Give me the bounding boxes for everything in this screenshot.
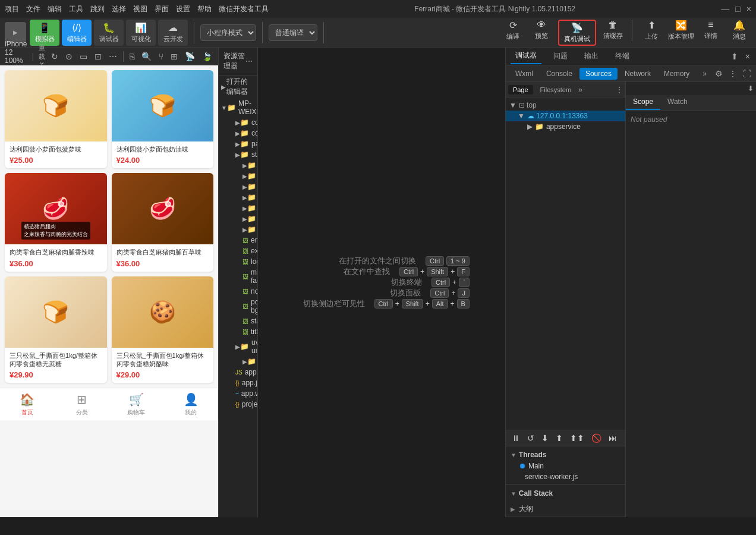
device-toggle-button[interactable]: ▭ [78,51,89,62]
mode-select[interactable]: 小程序模式 [200,24,256,41]
nav-item-我的[interactable]: 👤 我的 [163,388,218,420]
dock-button[interactable]: ⊡ [93,51,103,62]
tree-item-app-wxss[interactable]: ~ app.wxss [219,388,257,399]
preview-button[interactable]: 👁 预览 [530,20,553,46]
callstack-header[interactable]: ▼ Call Stack [511,487,620,499]
root-folder[interactable]: ▼ 📁 MP-WEIXIN [219,98,257,117]
outline-section[interactable]: ▶ 大纲 [506,502,625,517]
tree-item-point-bg-png[interactable]: 🖼 point-bg.png [219,297,257,316]
grid-button[interactable]: ⊞ [169,51,179,62]
tree-item-emptyCart-png[interactable]: 🖼 emptyCart.png [219,235,257,246]
step-next-button[interactable]: ⏭ [606,432,619,444]
copy-button[interactable]: ⎘ [128,51,136,62]
subtab-console[interactable]: Console [540,68,578,80]
tree-item-components[interactable]: ▶ 📁 components [219,356,257,367]
scope-tab-watch[interactable]: Watch [660,95,695,110]
screenshot-button[interactable]: ⊙ [64,51,74,62]
step-out-button[interactable]: ⬆⬆ [568,432,587,444]
menu-view[interactable]: 视图 [133,4,147,14]
open-editors-section[interactable]: ▶ 打开的编辑器 [219,75,257,98]
menu-goto[interactable]: 跳到 [90,4,105,14]
maximize-button[interactable]: □ [735,4,740,14]
upload-button[interactable]: ⬆ 上传 [640,20,663,46]
detail-button[interactable]: ≡ 详情 [699,20,723,46]
cloud-button[interactable]: ☁ 云开发 [158,20,188,46]
debugger-button[interactable]: 🐛 调试器 [94,20,124,46]
step-into-button[interactable]: ⬆ [553,432,565,444]
tree-item-missing-face-png[interactable]: 🖼 missing-face.png [219,267,257,286]
real-debug-button[interactable]: 📡 真机调试 [558,20,596,46]
tree-item-tabbar[interactable]: ▶ 📁 tabbar [219,224,257,235]
scope-tab-scope[interactable]: Scope [626,95,660,110]
tree-item-order[interactable]: ▶ 📁 order [219,192,257,203]
sources-nav-filesystem[interactable]: Filesystem [536,85,577,95]
menu-edit[interactable]: 编辑 [48,4,62,14]
fork-button[interactable]: ⑂ [158,51,165,62]
step-over-button[interactable]: ⬇ [539,432,551,444]
menu-help[interactable]: 帮助 [197,4,212,14]
product-card[interactable]: 🍞 达利园菠小萝面包菠萝味 ¥25.00 [5,70,107,168]
compile-select[interactable]: 普通编译 [269,24,317,41]
editor-button[interactable]: ⟨/⟩ 编辑器 [62,20,92,46]
debug-more-icon[interactable]: ⋮ [727,68,738,80]
menu-bar[interactable]: 项目 文件 编辑 工具 跳到 选择 视图 界面 设置 帮助 微信开发者工具 [5,4,269,14]
tab-debugger[interactable]: 调试器 [511,48,541,64]
tree-item-img[interactable]: ▶ 📁 img [219,160,257,171]
subtab-network[interactable]: Network [619,68,657,80]
nav-item-购物车[interactable]: 🛒 购物车 [109,388,164,420]
leaf-button[interactable]: 🍃 [201,51,213,62]
tree-item-uview-ui[interactable]: ▶ 📁 uview-ui [219,337,257,356]
tree-item-components[interactable]: ▶ 📁 components [219,128,257,139]
sources-nav-options[interactable]: ⋮ [616,86,623,94]
close-button[interactable]: × [746,4,751,14]
subtab-more[interactable]: » [697,68,713,80]
tree-item-app-js[interactable]: JS app.js [219,367,257,377]
pause-button[interactable]: ⏸ [509,432,522,444]
rotate-button[interactable]: ↻ [50,51,59,62]
filetree-more-icon[interactable]: ⋯ [245,57,253,65]
product-card[interactable]: 🍞 达利园菠小萝面包奶油味 ¥24.00 [112,70,214,168]
resume-button[interactable]: ↺ [525,432,537,444]
threads-header[interactable]: ▼ Threads [511,449,620,461]
collapse-debug-button[interactable]: ⬆ [730,51,739,62]
debug-expand-icon[interactable]: ⛶ [742,68,752,80]
tree-item-logo-png[interactable]: 🖼 logo.png [219,256,257,267]
menu-file[interactable]: 文件 [26,4,40,14]
tree-item-star-png[interactable]: 🖼 star.png [219,316,257,326]
nav-item-首页[interactable]: 🏠 首页 [0,388,55,420]
tree-item-seckill[interactable]: ▶ 📁 seckill [219,213,257,224]
sources-tree-appservice[interactable]: ▶ 📁 appservice [506,121,625,132]
close-debug-button[interactable]: × [744,51,751,62]
sources-tree-server[interactable]: ▼ ☁ 127.0.0.1:13363 [506,111,625,121]
scope-collapse-button[interactable]: ⬇ [748,84,754,93]
tab-terminal[interactable]: 终端 [610,49,634,64]
tree-item-mine[interactable]: ▶ 📁 mine [219,181,257,192]
menu-select[interactable]: 选择 [112,4,126,14]
visualize-button[interactable]: 📊 可视化 [126,20,156,46]
clear-cache-button[interactable]: 🗑 清缓存 [601,20,625,46]
window-controls[interactable]: — □ × [721,4,751,14]
sources-nav-more[interactable]: » [578,86,582,94]
thread-service-worker[interactable]: service-worker.js [511,471,620,482]
menu-wechat[interactable]: 微信开发者工具 [219,4,269,14]
tab-output[interactable]: 输出 [579,49,603,64]
debug-settings-icon[interactable]: ⚙ [714,68,724,80]
tree-item-common[interactable]: ▶ 📁 common [219,117,257,128]
subtab-memory[interactable]: Memory [658,68,695,80]
minimize-button[interactable]: — [721,4,729,14]
remote-button[interactable]: 📡 [184,51,196,62]
subtab-wxml[interactable]: Wxml [509,68,539,80]
tree-item-pages[interactable]: ▶ 📁 pages [219,139,257,149]
search-button[interactable]: 🔍 [140,51,153,62]
tab-problems[interactable]: 问题 [549,49,572,64]
product-card[interactable]: 🍞 三只松鼠_手撕面包1kg/整箱休闲零食蛋糕无蔗糖 ¥29.90 [5,276,107,383]
thread-main[interactable]: Main [511,461,620,471]
compile-button[interactable]: ⟳ 编译 [501,20,525,46]
tree-item-index[interactable]: ▶ 📁 index [219,171,257,181]
notification-button[interactable]: 🔔 消息 [727,20,751,46]
tree-item-app-json[interactable]: {} app.json [219,377,257,388]
menu-interface[interactable]: 界面 [155,4,169,14]
sources-nav-page[interactable]: Page [508,85,533,95]
version-button[interactable]: 🔀 版本管理 [668,20,694,46]
tree-item-title-png[interactable]: 🖼 title.png [219,326,257,337]
